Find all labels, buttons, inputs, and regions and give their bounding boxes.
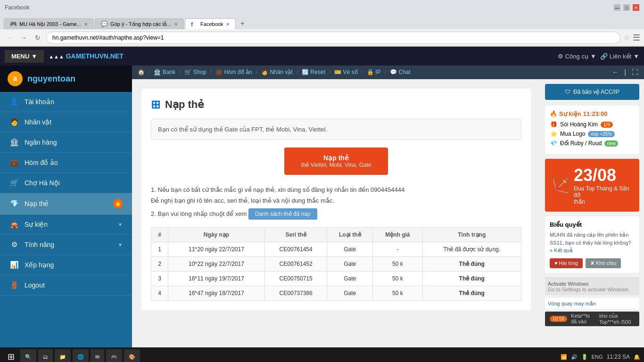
tab-close-gopy[interactable]: ✕ xyxy=(174,22,178,27)
forward-button[interactable]: → xyxy=(18,32,29,43)
cell-date: 11ʰ20 ngày 22/7/2017 xyxy=(168,242,265,256)
refresh-button[interactable]: ↻ xyxy=(32,32,43,43)
close-button[interactable]: ✕ xyxy=(633,4,639,11)
history-table: # Ngày nạp Seri thẻ Loại thẻ Mệnh giá Tì… xyxy=(151,227,521,301)
nav-chat[interactable]: 💬 Chat xyxy=(390,69,411,75)
activate-sub: Go to Settings to activate Windows. xyxy=(548,287,636,292)
homdoao-icon: 💼 xyxy=(9,158,19,167)
taskbar-game[interactable]: 🎮 xyxy=(106,349,122,362)
sidebar-item-xephang[interactable]: 📊 Xếp hạng xyxy=(0,255,132,275)
orange-text2: thần xyxy=(574,198,585,205)
notif-time: 10:56 xyxy=(550,316,567,322)
tips-link[interactable]: » Kết quả xyxy=(550,247,573,253)
nav-home-icon[interactable]: 🏠 xyxy=(138,69,145,75)
notifications-icon[interactable]: 🔔 xyxy=(634,354,640,360)
avatar: a xyxy=(8,71,23,86)
tinhnang-icon: ⚙ xyxy=(9,240,19,249)
sidebar-item-cho[interactable]: 🛒 Chợ Hà Nội xyxy=(0,173,132,193)
list-cards-button[interactable]: Danh sách thẻ đã nap xyxy=(248,208,317,220)
page-title-text: Nạp thẻ xyxy=(165,99,204,111)
sidebar-item-homdoao[interactable]: 💼 Hòm đồ ảo xyxy=(0,153,132,173)
page-card: ⊞ Nạp thẻ Bạn có thể sử dụng thẻ Gate củ… xyxy=(141,89,531,310)
nav-veso[interactable]: 🎫 Vé số xyxy=(334,69,357,75)
star-icon: ⭐ xyxy=(550,131,557,137)
shield-icon: 🛡 xyxy=(565,89,570,95)
tab-facebook[interactable]: f Facebook ✕ xyxy=(185,18,236,29)
taskbar-mail[interactable]: ✉ xyxy=(91,349,104,362)
event-item-1[interactable]: 🎁 Sói Hoàng Kim 1/9 xyxy=(550,121,635,128)
cell-tinh: Thẻ đã được sử dụng. xyxy=(422,242,521,256)
taskbar-paint[interactable]: 🎨 xyxy=(124,349,140,362)
taskbar-browser[interactable]: 🌐 xyxy=(73,349,89,362)
acc-protection-button[interactable]: 🛡 Đã bảo vệ ACC/IP xyxy=(545,84,639,100)
taskbar-file-explorer[interactable]: 📁 xyxy=(55,349,71,362)
window-controls[interactable]: — □ ✕ xyxy=(614,4,639,11)
tab-close-game[interactable]: ✕ xyxy=(84,22,88,27)
minimize-button[interactable]: — xyxy=(614,4,620,11)
nav-nhanvat[interactable]: 🧑 Nhân vật xyxy=(261,69,293,75)
orange-event-box[interactable]: 🏹 23/08 Đua Top Tháng & Săn đồ thần xyxy=(545,159,639,212)
sidebar-item-nhanvat[interactable]: 🧑 Nhân vật xyxy=(0,112,132,132)
congcu-button[interactable]: ⚙ Công cụ ▼ xyxy=(558,53,596,60)
nav-homdoao[interactable]: 💼 Hòm đồ ảo xyxy=(215,69,252,75)
nap-the-button[interactable]: Nạp thẻ thẻ Viettel, Mobi, Vina, Gate xyxy=(284,148,388,175)
nav-bank[interactable]: 🏦 Bank xyxy=(154,69,175,75)
lottery-box[interactable]: Vòng quay may mắn xyxy=(545,298,639,309)
nap-btn-line2: thẻ Viettel, Mobi, Vina, Gate xyxy=(298,162,374,168)
nav-fullscreen-icon[interactable]: ⛶ xyxy=(632,68,638,76)
maximize-button[interactable]: □ xyxy=(623,4,630,11)
event-badge-2: exp +35% xyxy=(588,131,615,137)
tips-text: MUHN đã nâng cấp lên phiên bản SS11, bạn… xyxy=(550,231,635,255)
napthe-icon: 💎 xyxy=(9,199,19,208)
event-badge-3: new xyxy=(604,140,618,147)
cell-date: 16ʰ11 ngày 19/7/2017 xyxy=(168,271,265,286)
nav-reset[interactable]: 🔄 Reset xyxy=(302,69,325,75)
battery-icon: 🔋 xyxy=(581,354,588,360)
warrior-icon: 🏹 xyxy=(552,177,569,194)
back-button[interactable]: ← xyxy=(4,32,15,43)
address-bar-row: ← → ↻ ☆ ☰ xyxy=(0,29,644,46)
cell-num: 1 xyxy=(151,242,168,256)
lienket-label: Liên kết xyxy=(610,53,631,60)
new-tab-button[interactable]: + xyxy=(237,18,248,29)
nav-back-icon[interactable]: ← xyxy=(612,68,619,76)
taskbar-search[interactable]: 🔍 xyxy=(20,349,36,362)
menu-button[interactable]: MENU ▼ xyxy=(5,50,44,63)
menu-icon[interactable]: ☰ xyxy=(633,33,640,43)
sukien-icon: 🎪 xyxy=(9,220,19,229)
diamond-icon: 💎 xyxy=(550,140,557,147)
event-item-3[interactable]: 💎 Đổi Ruby / Ruud new xyxy=(550,140,635,147)
taskbar-system-tray: 📶 🔊 🔋 ENG 11:23 SA 🔔 xyxy=(561,354,640,360)
event-item-2[interactable]: ⭐ Mua Logo exp +35% xyxy=(550,131,635,137)
start-button[interactable]: ⊞ xyxy=(4,350,18,362)
taskbar-task-view[interactable]: 🗂 xyxy=(38,349,53,362)
sidebar-item-sukien[interactable]: 🎪 Sự kiện ▼ xyxy=(0,214,132,235)
sidebar-item-nganhang[interactable]: 🏦 Ngân hàng xyxy=(0,132,132,153)
sidebar-label-logout: Logout xyxy=(25,281,123,289)
taikhoan-icon: 👤 xyxy=(9,98,19,106)
col-num: # xyxy=(151,227,168,242)
bookmark-icon[interactable]: ☆ xyxy=(623,33,630,42)
nav-shop[interactable]: 🛒 Shop xyxy=(184,69,206,75)
tab-title-gopy: Góp ý - Tổng hợp các lỗ... xyxy=(110,21,171,27)
sidebar-item-logout[interactable]: 🚪 Logout xyxy=(0,275,132,296)
cell-seri: CE00761454 xyxy=(264,242,327,256)
sidebar-item-taikhoan[interactable]: 👤 Tài khoản xyxy=(0,92,132,112)
sidebar-item-tinhnang[interactable]: ⚙ Tính năng ▼ xyxy=(0,235,132,255)
nav-ip[interactable]: 🔒 IP xyxy=(367,69,381,75)
tab-close-fb[interactable]: ✕ xyxy=(226,22,230,27)
address-input[interactable] xyxy=(46,32,620,44)
lienket-button[interactable]: 🔗 Liên kết ▼ xyxy=(600,53,639,60)
instruction3: 2. Bạn vui lòng nhấp chuột để xem xyxy=(151,210,247,217)
top-bar: MENU ▼ ▲▲▲ GAMETHUVN.NET ⚙ Công cụ ▼ 🔗 L… xyxy=(0,47,644,66)
tips-text-content: MUHN đã nâng cấp lên phiên bản SS11, bạn… xyxy=(550,232,631,246)
table-row: 4 16ʰ47 ngày 18/7/2017 CE00737386 Gate 5… xyxy=(151,286,521,300)
like-button[interactable]: ♥ Hài lòng xyxy=(550,258,583,268)
sidebar-item-napthe[interactable]: 💎 Nạp thẻ ⭐ xyxy=(0,193,132,214)
tab-gopy[interactable]: 💬 Góp ý - Tổng hợp các lỗ... ✕ xyxy=(95,18,184,29)
dislike-button[interactable]: ✘ Khó chịu xyxy=(586,258,621,268)
cell-menh: 50 k xyxy=(373,286,422,300)
cho-icon: 🛒 xyxy=(9,179,19,187)
tab-game[interactable]: 🎮 MU Hà Nội 2003 - Game... ✕ xyxy=(4,18,94,29)
cell-loai: Gate xyxy=(327,271,373,286)
